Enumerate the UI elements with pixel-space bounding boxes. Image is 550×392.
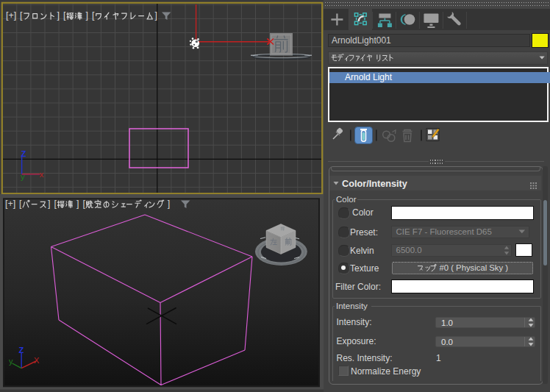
svg-text:#0 ( Physical Sky ): #0 ( Physical Sky ) xyxy=(439,263,508,272)
svg-text:]: ] xyxy=(76,199,79,209)
svg-text:]: ] xyxy=(86,10,88,21)
svg-text:[: [ xyxy=(54,199,57,209)
svg-text:Z: Z xyxy=(21,149,26,158)
svg-text:[: [ xyxy=(92,10,95,21)
svg-text:]: ] xyxy=(154,10,157,21)
svg-text:[+]: [+] xyxy=(6,10,16,21)
svg-text:Z: Z xyxy=(19,346,24,354)
svg-text:[: [ xyxy=(19,199,22,209)
svg-text:y: y xyxy=(21,172,25,181)
svg-text:]: ] xyxy=(168,199,170,209)
svg-text:x: x xyxy=(40,170,44,179)
svg-text:[+]: [+] xyxy=(5,199,15,209)
svg-text:[: [ xyxy=(63,10,66,21)
svg-text:]: ] xyxy=(48,199,50,209)
svg-text:y: y xyxy=(9,357,13,366)
svg-text:]: ] xyxy=(57,10,60,21)
svg-text:[: [ xyxy=(82,199,85,209)
svg-text:Color/Intensity: Color/Intensity xyxy=(342,179,407,189)
svg-text:X: X xyxy=(34,356,40,365)
svg-text:[: [ xyxy=(20,10,23,21)
